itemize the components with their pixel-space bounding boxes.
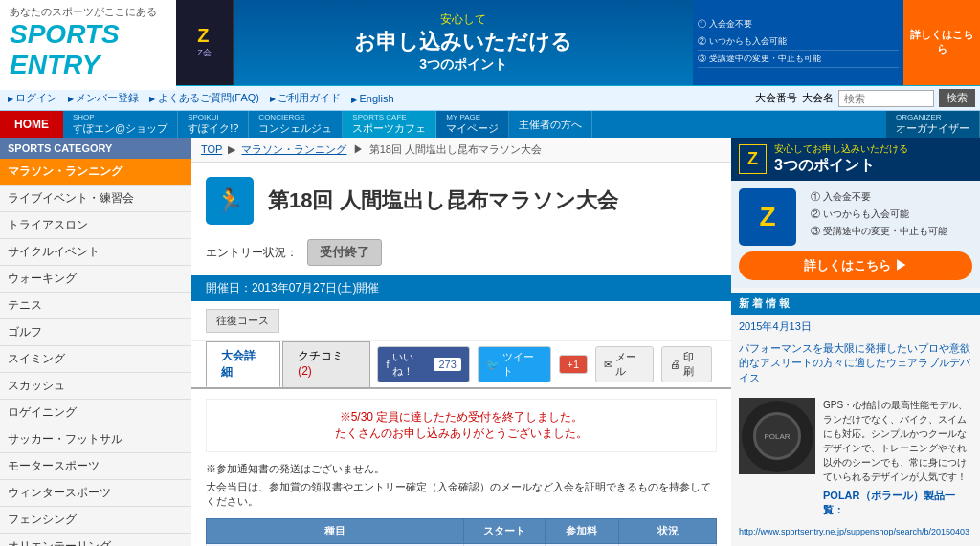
header-banner: あなたのスポーツがここにある SPORTS ENTRY Z Z会 安心して お申…: [0, 0, 980, 86]
mail-label: メール: [615, 350, 645, 379]
tab-organizer-host[interactable]: 主催者の方へ: [509, 111, 592, 138]
course-link-button[interactable]: 往復コース: [206, 309, 279, 333]
sidebar-item-squash[interactable]: スカッシュ: [0, 373, 191, 400]
breadcrumb-marathon[interactable]: マラソン・ランニング: [241, 143, 346, 155]
ad-point-3: ③ 受講途中の変更・中止も可能: [698, 51, 899, 68]
sidebar-item-cycle[interactable]: サイクルイベント: [0, 239, 191, 266]
nav-login[interactable]: ログイン: [5, 91, 60, 105]
ad-points: ① 入会金不要 ② いつからも入会可能 ③ 受講途中の変更・中止も可能: [693, 0, 903, 85]
nav-right: 大会番号 大会名 検索: [755, 89, 975, 107]
tab-mypage-sub: MY PAGE: [446, 113, 499, 121]
nav-register[interactable]: メンバー登録: [65, 91, 142, 105]
ad-cta-button[interactable]: 詳しくはこちら: [903, 0, 980, 85]
tab-organizer[interactable]: ORGANIZER オーガナイザー: [886, 111, 980, 138]
search-input[interactable]: [838, 90, 934, 107]
tab-shop-label: すぽエン@ショップ: [73, 122, 167, 134]
search-button[interactable]: 検索: [939, 89, 975, 107]
tab-organizer-sub: ORGANIZER: [896, 113, 969, 121]
rs-ad-cta-button[interactable]: 詳しくはこちら ▶: [739, 251, 972, 280]
tab-reviews[interactable]: クチコミ(2): [282, 341, 370, 387]
sidebar-item-orienteering[interactable]: オリエンテーリング: [0, 534, 191, 546]
ad-tagline-top: 安心して: [440, 11, 486, 28]
nav-faq[interactable]: よくあるご質問(FAQ): [146, 91, 262, 105]
nav-english[interactable]: English: [348, 93, 396, 104]
right-sidebar-ad: Z 安心してお申し込みいただける 3つのポイント Z ① 入会金不要 ② いつか…: [731, 138, 980, 288]
watch-image: POLAR: [742, 401, 813, 472]
logo-main: SPORTS ENTRY: [10, 19, 167, 80]
sidebar-item-tennis[interactable]: テニス: [0, 293, 191, 319]
rs-product: POLAR GPS・心拍計の最高性能モデル、ランだけでなく、バイク、スイムにも対…: [731, 393, 980, 522]
rs-point-3: ③ 受講途中の変更・中止も可能: [811, 223, 947, 240]
sidebar-item-golf[interactable]: ゴルフ: [0, 319, 191, 346]
tab-bar: HOME SHOP すぽエン@ショップ SPOIKUI すぽイク!? CONCI…: [0, 111, 980, 138]
tab-sports-cafe[interactable]: SPORTS CAFE スポーツカフェ: [343, 111, 436, 138]
tweet-label: ツイート: [502, 350, 543, 379]
tab-cafe-sub: SPORTS CAFE: [352, 113, 426, 121]
tab-concierge[interactable]: CONCIERGE コンシェルジュ: [249, 111, 343, 138]
sidebar-item-rogaining[interactable]: ロゲイニング: [0, 400, 191, 426]
header-ad: Z Z会 安心して お申し込みいただける 3つのポイント ① 入会金不要 ② い…: [176, 0, 980, 85]
event-icon: 🏃: [206, 177, 254, 225]
tweet-button[interactable]: 🐦 ツイート: [478, 346, 551, 382]
sidebar-item-soccer[interactable]: サッカー・フットサル: [0, 426, 191, 453]
info-note-1: ※参加通知書の発送はございません。: [206, 462, 717, 476]
rs-article-title[interactable]: パフォーマンスを最大限に発揮したいプロや意欲的なアスリートの方々に適したウェアラ…: [731, 339, 980, 393]
info-note: ※参加通知書の発送はございません。 大会当日は、参加賞の領収書やエントリー確定（…: [206, 462, 717, 509]
ad-center: 安心して お申し込みいただける 3つのポイント: [234, 0, 693, 85]
ad-tagline-sub: 3つのポイント: [419, 56, 507, 74]
sidebar-item-swimming[interactable]: スイミング: [0, 346, 191, 373]
rs-ad-main: 3つのポイント: [774, 156, 908, 176]
tab-host-label: 主催者の方へ: [519, 118, 582, 132]
content-area: TOP ▶ マラソン・ランニング ▶ 第18回 人間塩出し昆布マラソン大会 🏃 …: [191, 138, 731, 546]
tab-shop-sub: SHOP: [73, 113, 167, 121]
breadcrumb-top[interactable]: TOP: [201, 143, 222, 155]
tab-shop[interactable]: SHOP すぽエン@ショップ: [63, 111, 178, 138]
sidebar-item-live[interactable]: ライブイベント・練習会: [0, 186, 191, 212]
nav-event-number: 大会番号: [755, 91, 797, 105]
notice-line1: ※5/30 定員に達したため受付を終了しました。: [216, 409, 706, 426]
gplus-button[interactable]: +1: [559, 355, 589, 374]
sidebar-item-winter[interactable]: ウィンタースポーツ: [0, 480, 191, 507]
rs-ad-top: 安心してお申し込みいただける: [774, 142, 908, 156]
sidebar-item-marathon[interactable]: マラソン・ランニング: [0, 159, 191, 186]
ad-zkai-logo: Z Z会: [176, 0, 234, 85]
mail-button[interactable]: ✉ メール: [595, 346, 654, 382]
tab-home[interactable]: HOME: [0, 111, 63, 138]
sidebar-item-walking[interactable]: ウォーキング: [0, 266, 191, 293]
tab-spoiku[interactable]: SPOIKUI すぽイク!?: [178, 111, 249, 138]
review-count: (2): [298, 364, 312, 378]
entry-label: エントリー状況：: [206, 245, 298, 261]
social-bar: f いいね！ 273 🐦 ツイート +1 ✉ メール 🖨 印刷: [372, 341, 717, 387]
print-button[interactable]: 🖨 印刷: [661, 346, 712, 382]
watch-face: POLAR: [753, 412, 801, 460]
logo-area: あなたのスポーツがここにある SPORTS ENTRY: [0, 0, 176, 90]
info-links: 往復コース: [191, 301, 731, 341]
col-start: スタート: [463, 519, 545, 544]
entry-status-row: エントリー状況： 受付終了: [191, 234, 731, 275]
nav-bar: ログイン メンバー登録 よくあるご質問(FAQ) ご利用ガイド English …: [0, 86, 980, 111]
zkai-name: Z会: [197, 47, 212, 59]
sidebar: SPORTS CATEGORY マラソン・ランニング ライブイベント・練習会 ト…: [0, 138, 191, 546]
right-sidebar: Z 安心してお申し込みいただける 3つのポイント Z ① 入会金不要 ② いつか…: [731, 138, 980, 546]
rs-news-date: 2015年4月13日: [731, 315, 980, 339]
rs-points: ① 入会金不要 ② いつからも入会可能 ③ 受講途中の変更・中止も可能: [811, 188, 947, 240]
breadcrumb: TOP ▶ マラソン・ランニング ▶ 第18回 人間塩出し昆布マラソン大会: [191, 138, 731, 163]
gplus-label: +1: [568, 359, 580, 370]
rs-footer-link[interactable]: http://www.sportsentry.ne.jp/suppenshop/…: [731, 522, 980, 541]
rs-zkai-logo: Z: [739, 144, 767, 174]
like-button[interactable]: f いいね！ 273: [377, 346, 469, 382]
entry-status-badge: 受付終了: [307, 239, 382, 266]
rs-product-info: GPS・心拍計の最高性能モデル、ランだけでなく、バイク、スイムにも対応。シンプル…: [823, 398, 972, 517]
sidebar-item-fencing[interactable]: フェンシング: [0, 507, 191, 534]
sidebar-item-motor[interactable]: モータースポーツ: [0, 453, 191, 480]
rs-ad-taglines: 安心してお申し込みいただける 3つのポイント: [774, 142, 908, 176]
sidebar-item-triathlon[interactable]: トライアスロン: [0, 212, 191, 239]
rs-product-desc: GPS・心拍計の最高性能モデル、ランだけでなく、バイク、スイムにも対応。シンプル…: [823, 398, 972, 484]
tab-cafe-label: スポーツカフェ: [352, 122, 426, 134]
nav-event-name: 大会名: [802, 91, 834, 105]
twitter-icon: 🐦: [486, 359, 500, 371]
tab-overview[interactable]: 大会詳細: [206, 341, 280, 387]
col-fee: 参加料: [545, 519, 618, 544]
tab-mypage[interactable]: MY PAGE マイページ: [436, 111, 509, 138]
nav-guide[interactable]: ご利用ガイド: [267, 91, 344, 105]
